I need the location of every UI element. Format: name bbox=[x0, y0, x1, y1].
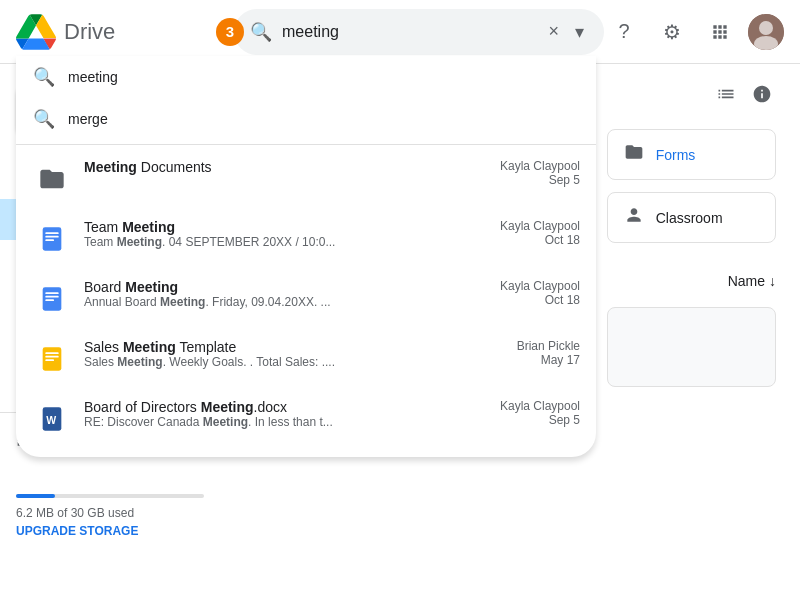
search-dropdown-button[interactable]: ▾ bbox=[571, 17, 588, 47]
svg-rect-8 bbox=[43, 287, 62, 310]
help-icon: ? bbox=[618, 20, 629, 43]
storage-section: 6.2 MB of 30 GB used UPGRADE STORAGE bbox=[0, 470, 220, 554]
suggestion-meeting[interactable]: 🔍 meeting bbox=[16, 56, 596, 98]
svg-point-1 bbox=[759, 21, 773, 35]
upgrade-storage-button[interactable]: UPGRADE STORAGE bbox=[16, 524, 204, 538]
search-area: 3 🔍 meeting × ▾ bbox=[216, 9, 604, 55]
result-word-icon: W bbox=[32, 399, 72, 439]
result-slides-icon bbox=[32, 339, 72, 379]
result-doc-icon-1 bbox=[32, 219, 72, 259]
settings-button[interactable]: ⚙ bbox=[652, 12, 692, 52]
search-icon: 🔍 bbox=[250, 21, 272, 43]
result-team-meeting-snippet: Team Meeting. 04 SEPTEMBER 20XX / 10:0..… bbox=[84, 235, 488, 249]
result-board-directors-owner: Kayla Claypool bbox=[500, 399, 580, 413]
result-meeting-documents-info: Meeting Documents bbox=[84, 159, 488, 175]
drive-logo-icon bbox=[16, 12, 56, 52]
suggestion-merge-icon: 🔍 bbox=[32, 108, 56, 130]
storage-used-text: 6.2 MB of 30 GB used bbox=[16, 506, 204, 520]
result-board-meeting-snippet: Annual Board Meeting. Friday, 09.04.20XX… bbox=[84, 295, 488, 309]
result-meeting-documents-meta: Kayla Claypool Sep 5 bbox=[500, 159, 580, 187]
apps-grid-icon bbox=[710, 22, 730, 42]
app-title: Drive bbox=[64, 19, 115, 45]
storage-bar-background bbox=[16, 494, 204, 498]
folder-card-classroom[interactable]: Classroom bbox=[607, 192, 776, 243]
result-meeting-documents-date: Sep 5 bbox=[500, 173, 580, 187]
result-board-meeting-title: Board Meeting bbox=[84, 279, 488, 295]
search-actions: × ▾ bbox=[544, 17, 588, 47]
sort-control[interactable]: Name ↓ bbox=[728, 273, 776, 289]
suggestion-meeting-icon: 🔍 bbox=[32, 66, 56, 88]
search-badge: 3 bbox=[216, 18, 244, 46]
info-icon[interactable] bbox=[748, 80, 776, 113]
header: Drive 3 🔍 meeting × ▾ ? ⚙ bbox=[0, 0, 800, 64]
result-board-meeting-owner: Kayla Claypool bbox=[500, 279, 580, 293]
apps-button[interactable] bbox=[700, 12, 740, 52]
result-team-meeting-owner: Kayla Claypool bbox=[500, 219, 580, 233]
result-folder-icon bbox=[32, 159, 72, 199]
result-team-meeting-info: Team Meeting Team Meeting. 04 SEPTEMBER … bbox=[84, 219, 488, 249]
folder-classroom-name: Classroom bbox=[656, 210, 723, 226]
suggestion-merge-text: merge bbox=[68, 111, 108, 127]
list-view-icon[interactable] bbox=[712, 80, 740, 113]
avatar-image bbox=[748, 14, 784, 50]
dropdown-divider-1 bbox=[16, 144, 596, 145]
result-sales-meeting-meta: Brian Pickle May 17 bbox=[517, 339, 580, 367]
result-board-directors-meta: Kayla Claypool Sep 5 bbox=[500, 399, 580, 427]
header-right: ? ⚙ bbox=[604, 12, 784, 52]
result-team-meeting-date: Oct 18 bbox=[500, 233, 580, 247]
folder-forms-name: Forms bbox=[656, 147, 696, 163]
result-board-meeting-date: Oct 18 bbox=[500, 293, 580, 307]
result-board-meeting-info: Board Meeting Annual Board Meeting. Frid… bbox=[84, 279, 488, 309]
file-card-3[interactable] bbox=[607, 307, 776, 387]
suggestion-merge[interactable]: 🔍 merge bbox=[16, 98, 596, 140]
result-board-directors-info: Board of Directors Meeting.docx RE: Disc… bbox=[84, 399, 488, 429]
svg-rect-7 bbox=[43, 227, 62, 250]
result-sales-meeting-date: May 17 bbox=[517, 353, 580, 367]
avatar[interactable] bbox=[748, 14, 784, 50]
result-sales-meeting-owner: Brian Pickle bbox=[517, 339, 580, 353]
svg-text:W: W bbox=[46, 414, 56, 426]
result-board-directors-date: Sep 5 bbox=[500, 413, 580, 427]
folder-forms-icon bbox=[624, 142, 644, 167]
result-doc-icon-2 bbox=[32, 279, 72, 319]
result-team-meeting[interactable]: Team Meeting Team Meeting. 04 SEPTEMBER … bbox=[16, 209, 596, 269]
search-dropdown-panel: 🔍 meeting 🔍 merge Meeting Documents Kayl… bbox=[16, 56, 596, 457]
settings-icon: ⚙ bbox=[663, 20, 681, 44]
result-meeting-documents-title: Meeting Documents bbox=[84, 159, 488, 175]
result-board-meeting-meta: Kayla Claypool Oct 18 bbox=[500, 279, 580, 307]
logo-area: Drive bbox=[16, 12, 216, 52]
result-meeting-documents-owner: Kayla Claypool bbox=[500, 159, 580, 173]
search-box: 🔍 meeting × ▾ bbox=[234, 9, 604, 55]
sort-direction-icon: ↓ bbox=[769, 273, 776, 289]
result-sales-meeting[interactable]: Sales Meeting Template Sales Meeting. We… bbox=[16, 329, 596, 389]
suggestion-meeting-text: meeting bbox=[68, 69, 118, 85]
folder-classroom-icon bbox=[624, 205, 644, 230]
result-board-directors-snippet: RE: Discover Canada Meeting. In less tha… bbox=[84, 415, 488, 429]
storage-bar-fill bbox=[16, 494, 55, 498]
result-board-directors-title: Board of Directors Meeting.docx bbox=[84, 399, 488, 415]
result-sales-meeting-snippet: Sales Meeting. Weekly Goals. . Total Sal… bbox=[84, 355, 505, 369]
search-clear-button[interactable]: × bbox=[544, 17, 563, 46]
result-team-meeting-meta: Kayla Claypool Oct 18 bbox=[500, 219, 580, 247]
result-board-meeting[interactable]: Board Meeting Annual Board Meeting. Frid… bbox=[16, 269, 596, 329]
result-meeting-documents[interactable]: Meeting Documents Kayla Claypool Sep 5 bbox=[16, 149, 596, 209]
sort-label: Name bbox=[728, 273, 765, 289]
folder-card-forms[interactable]: Forms bbox=[607, 129, 776, 180]
svg-rect-9 bbox=[43, 347, 62, 370]
result-board-directors[interactable]: W Board of Directors Meeting.docx RE: Di… bbox=[16, 389, 596, 449]
help-button[interactable]: ? bbox=[604, 12, 644, 52]
result-team-meeting-title: Team Meeting bbox=[84, 219, 488, 235]
search-input-value[interactable]: meeting bbox=[282, 23, 536, 41]
result-sales-meeting-title: Sales Meeting Template bbox=[84, 339, 505, 355]
result-sales-meeting-info: Sales Meeting Template Sales Meeting. We… bbox=[84, 339, 505, 369]
